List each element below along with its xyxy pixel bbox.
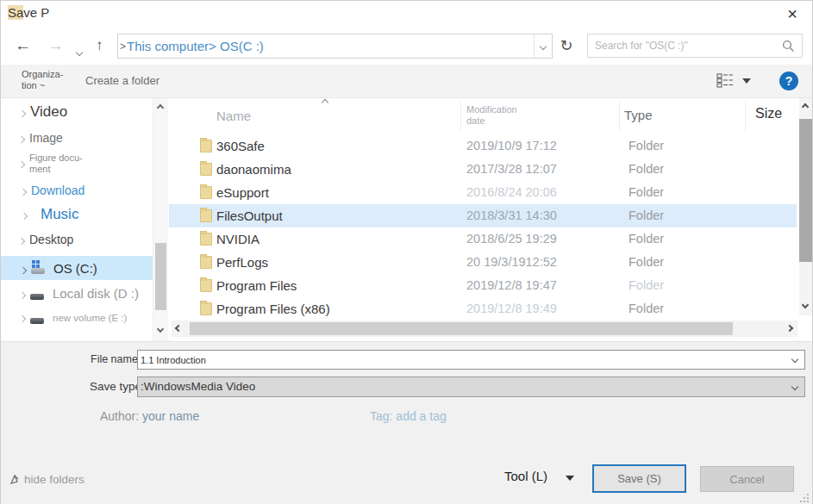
- sidebar-item-label: Desktop: [29, 233, 73, 246]
- refresh-icon[interactable]: ↻: [556, 35, 577, 56]
- sidebar-item-figure-document[interactable]: Figure docu-ment: [19, 152, 83, 175]
- save-type-select[interactable]: :WindowsMedia Video: [137, 376, 805, 397]
- view-list-icon[interactable]: [716, 73, 734, 88]
- close-icon[interactable]: ×: [781, 3, 804, 25]
- column-header-size[interactable]: Size: [755, 106, 782, 121]
- address-bar[interactable]: > This computer> OS(C :): [117, 34, 553, 59]
- create-folder-button[interactable]: Create a folder: [85, 74, 159, 87]
- search-box: [587, 34, 803, 58]
- file-name-combobox: [137, 350, 805, 370]
- chevron-right-icon[interactable]: [20, 313, 25, 323]
- column-header-name[interactable]: Name: [216, 109, 251, 123]
- save-dialog: Save P × ← → ↑ > This computer> OS(C :) …: [0, 0, 813, 504]
- file-rows: 360Safe2019/10/9 17:12Folder daonaomima2…: [169, 134, 813, 320]
- scrollbar-thumb[interactable]: [799, 119, 812, 262]
- chevron-right-icon[interactable]: [20, 286, 25, 301]
- organize-button[interactable]: Organiza- tion ~: [22, 69, 63, 91]
- scroll-left-icon[interactable]: [175, 325, 182, 332]
- help-icon[interactable]: ?: [779, 72, 798, 90]
- chevron-down-icon[interactable]: [791, 356, 798, 363]
- hide-folders-icon: [9, 475, 20, 485]
- folder-tree: Video Image Figure docu-ment Download Mu…: [1, 98, 169, 341]
- title-rest: ve P: [23, 5, 49, 20]
- chevron-right-icon[interactable]: [19, 131, 24, 145]
- sidebar-item-label: Figure docu-ment: [29, 152, 83, 175]
- search-input[interactable]: [595, 35, 776, 56]
- chevron-right-icon[interactable]: [21, 261, 26, 276]
- table-row[interactable]: PerfLogs20 19/3/1912:52Folder: [169, 251, 813, 274]
- chevron-right-icon[interactable]: [21, 184, 26, 197]
- sort-ascending-icon: [322, 99, 328, 106]
- vertical-scrollbar[interactable]: [799, 98, 812, 315]
- file-name-input[interactable]: [141, 352, 783, 368]
- folder-icon: [200, 233, 212, 246]
- breadcrumb[interactable]: This computer> OS(C :): [127, 39, 264, 53]
- tag-value[interactable]: add a tag: [396, 409, 446, 423]
- title-bar: Save P ×: [1, 1, 812, 27]
- table-row[interactable]: NVIDIA2018/6/25 19:29Folder: [169, 227, 813, 251]
- sidebar-item-image[interactable]: Image: [19, 131, 63, 145]
- sidebar-scrollbar[interactable]: [153, 98, 168, 341]
- sidebar-item-new-volume-e[interactable]: new volume (E :): [20, 312, 127, 324]
- scroll-down-icon[interactable]: [802, 302, 809, 308]
- table-row[interactable]: Program Files2019/12/8 19:47Folder: [169, 274, 813, 297]
- up-icon[interactable]: ↑: [96, 36, 103, 55]
- table-row-selected[interactable]: FilesOutput2018/3/31 14:30Folder: [169, 204, 797, 227]
- scrollbar-thumb[interactable]: [190, 322, 733, 335]
- footer-bar: hide folders Tool (L) Save (S) Cancel: [1, 449, 812, 504]
- address-dropdown-icon[interactable]: [534, 34, 552, 58]
- sidebar-item-label: Music: [41, 206, 78, 223]
- save-button[interactable]: Save (S): [592, 464, 686, 493]
- file-list: Name Modification date Type Size 360Safe…: [169, 98, 813, 341]
- folder-icon: [200, 209, 212, 222]
- chevron-down-icon: [791, 383, 798, 390]
- sidebar-item-video[interactable]: Video: [20, 103, 67, 121]
- sidebar-item-desktop[interactable]: Desktop: [19, 233, 73, 246]
- chevron-right-icon[interactable]: [22, 206, 27, 223]
- cancel-button[interactable]: Cancel: [700, 466, 794, 492]
- window-title: Save P: [8, 5, 49, 20]
- title-highlight: Sa: [8, 5, 23, 20]
- table-row[interactable]: 360Safe2019/10/9 17:12Folder: [169, 134, 813, 158]
- recent-locations-icon[interactable]: [77, 43, 82, 59]
- sidebar-item-label: Local disk (D :): [53, 286, 139, 301]
- column-header-type[interactable]: Type: [624, 108, 653, 122]
- author-value[interactable]: your name: [142, 409, 199, 423]
- forward-icon: →: [47, 36, 64, 55]
- navigation-bar: ← → ↑ > This computer> OS(C :) ↻: [1, 27, 812, 65]
- table-row[interactable]: daonaomima2017/3/28 12:07Folder: [169, 158, 813, 181]
- sidebar-item-os-c[interactable]: OS (C:): [1, 256, 153, 280]
- back-icon[interactable]: ←: [15, 36, 31, 55]
- chevron-right-icon[interactable]: [19, 159, 24, 170]
- chevron-right-icon[interactable]: [19, 233, 24, 246]
- sidebar-item-local-disk-d[interactable]: Local disk (D :): [20, 286, 139, 301]
- tag-field: Tag: add a tag: [370, 409, 447, 423]
- folder-icon: [200, 256, 212, 269]
- scroll-right-icon[interactable]: [786, 325, 793, 332]
- hide-folders-button[interactable]: hide folders: [9, 473, 84, 486]
- folder-icon: [200, 140, 212, 152]
- scroll-down-icon[interactable]: [157, 326, 164, 333]
- sidebar-item-label: new volume (E :): [53, 313, 127, 323]
- folder-icon: [200, 163, 212, 176]
- tool-button[interactable]: Tool (L): [504, 469, 547, 483]
- chevron-right-icon[interactable]: [20, 103, 25, 121]
- scrollbar-thumb[interactable]: [155, 243, 166, 310]
- sidebar-item-label: OS (C:): [53, 261, 97, 276]
- os-drive-icon: [31, 262, 47, 274]
- view-dropdown-icon[interactable]: [742, 78, 751, 84]
- sidebar-item-music[interactable]: Music: [22, 206, 78, 223]
- tool-dropdown-icon[interactable]: [566, 476, 574, 481]
- horizontal-scrollbar[interactable]: [172, 320, 797, 337]
- sidebar-item-download[interactable]: Download: [21, 184, 84, 197]
- scroll-up-icon[interactable]: [157, 104, 164, 111]
- column-header-modification-date[interactable]: Modification date: [466, 104, 528, 127]
- folder-icon: [200, 279, 212, 292]
- table-row[interactable]: Program Files (x86)2019/12/8 19:49Folder: [169, 297, 813, 320]
- author-label: Author:: [100, 409, 139, 423]
- table-row[interactable]: eSupport2016/8/24 20:06Folder: [169, 181, 813, 204]
- resize-grip-icon[interactable]: [798, 492, 809, 502]
- scroll-up-icon[interactable]: [802, 103, 809, 110]
- sidebar-item-label: Video: [30, 103, 67, 121]
- author-field: Author: your name: [100, 409, 199, 423]
